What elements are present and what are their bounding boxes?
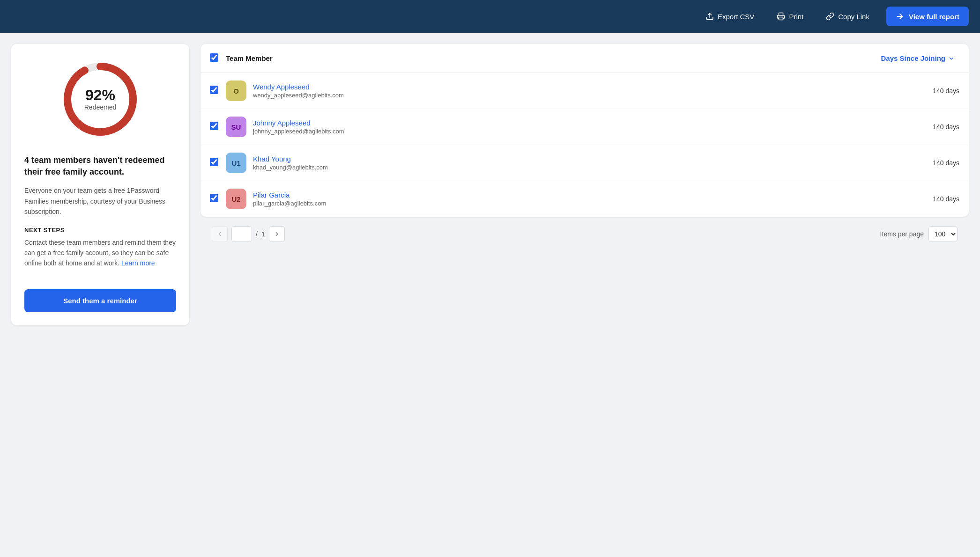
days-value-0: 140 days — [913, 87, 959, 95]
member-info-1: Johnny Appleseed johnny_appleseed@agileb… — [253, 119, 913, 135]
donut-label: Redeemed — [84, 104, 117, 111]
next-steps-title: NEXT STEPS — [24, 227, 176, 234]
main-content: 92% Redeemed 4 team members haven't rede… — [0, 33, 980, 337]
send-reminder-button[interactable]: Send them a reminder — [24, 289, 176, 312]
row-checkbox-1[interactable] — [210, 122, 218, 130]
print-button[interactable]: Print — [771, 8, 809, 24]
left-panel: 92% Redeemed 4 team members haven't rede… — [11, 44, 189, 325]
view-full-report-label: View full report — [909, 13, 959, 21]
export-icon — [705, 12, 714, 21]
items-per-page-select[interactable]: 100 50 25 — [928, 226, 958, 242]
row-checkbox-0[interactable] — [210, 86, 218, 94]
table-row: O Wendy Appleseed wendy_appleseed@agileb… — [200, 73, 969, 109]
row-checkbox-container[interactable] — [210, 194, 218, 204]
row-checkbox-container[interactable] — [210, 158, 218, 168]
copy-link-label: Copy Link — [838, 13, 869, 21]
days-value-1: 140 days — [913, 123, 959, 131]
topbar: Export CSV Print Copy Link View full rep… — [0, 0, 980, 33]
current-page-input[interactable]: 1 — [231, 226, 252, 242]
avatar-1: SU — [226, 117, 246, 137]
next-page-button[interactable] — [269, 226, 285, 242]
pagination-left: 1 / 1 — [212, 226, 285, 242]
right-panel: Team Member Days Since Joining O Wendy A… — [200, 44, 969, 251]
select-all-checkbox-container[interactable] — [210, 53, 218, 64]
avatar-2: U1 — [226, 153, 246, 173]
table-row: SU Johnny Appleseed johnny_appleseed@agi… — [200, 109, 969, 145]
items-per-page-label: Items per page — [880, 230, 924, 238]
column-header-days[interactable]: Days Since Joining — [876, 51, 959, 65]
row-checkbox-container[interactable] — [210, 122, 218, 132]
member-email-2: khad_young@agilebits.com — [253, 164, 913, 171]
export-csv-button[interactable]: Export CSV — [700, 8, 760, 24]
panel-heading: 4 team members haven't redeemed their fr… — [24, 154, 176, 178]
donut-chart-container: 92% Redeemed — [24, 57, 176, 141]
column-header-member: Team Member — [226, 54, 876, 62]
days-value-3: 140 days — [913, 195, 959, 203]
member-email-3: pilar_garcia@agilebits.com — [253, 200, 913, 207]
pagination-right: Items per page 100 50 25 — [880, 226, 958, 242]
panel-description: Everyone on your team gets a free 1Passw… — [24, 185, 176, 217]
prev-page-button[interactable] — [212, 226, 228, 242]
view-full-report-button[interactable]: View full report — [886, 7, 969, 26]
chevron-right-icon — [274, 231, 280, 237]
arrow-right-icon — [896, 12, 904, 21]
table-row: U1 Khad Young khad_young@agilebits.com 1… — [200, 145, 969, 181]
copy-link-button[interactable]: Copy Link — [820, 8, 875, 24]
member-name-3: Pilar Garcia — [253, 191, 913, 199]
svg-rect-1 — [779, 17, 783, 20]
total-pages: 1 — [261, 230, 265, 238]
row-checkbox-container[interactable] — [210, 86, 218, 96]
export-csv-label: Export CSV — [718, 13, 754, 21]
member-info-2: Khad Young khad_young@agilebits.com — [253, 155, 913, 171]
days-value-2: 140 days — [913, 159, 959, 167]
row-checkbox-2[interactable] — [210, 158, 218, 166]
donut-percent: 92% — [84, 87, 117, 103]
pagination: 1 / 1 Items per page 100 50 25 — [200, 217, 969, 251]
page-separator: / — [256, 230, 258, 238]
table-rows: O Wendy Appleseed wendy_appleseed@agileb… — [200, 73, 969, 217]
table-container: Team Member Days Since Joining O Wendy A… — [200, 44, 969, 217]
member-info-0: Wendy Appleseed wendy_appleseed@agilebit… — [253, 83, 913, 99]
member-name-2: Khad Young — [253, 155, 913, 163]
member-email-1: johnny_appleseed@agilebits.com — [253, 128, 913, 135]
days-header-label: Days Since Joining — [881, 54, 945, 62]
sort-dropdown-icon — [948, 55, 955, 62]
avatar-3: U2 — [226, 189, 246, 209]
next-steps-text: Contact these team members and remind th… — [24, 237, 176, 269]
row-checkbox-3[interactable] — [210, 194, 218, 202]
chevron-left-icon — [216, 231, 223, 237]
member-name-0: Wendy Appleseed — [253, 83, 913, 91]
print-icon — [777, 12, 785, 21]
donut-center: 92% Redeemed — [84, 87, 117, 111]
member-email-0: wendy_appleseed@agilebits.com — [253, 92, 913, 99]
member-name-1: Johnny Appleseed — [253, 119, 913, 127]
table-header: Team Member Days Since Joining — [200, 44, 969, 73]
link-icon — [826, 12, 834, 21]
table-row: U2 Pilar Garcia pilar_garcia@agilebits.c… — [200, 181, 969, 217]
member-info-3: Pilar Garcia pilar_garcia@agilebits.com — [253, 191, 913, 207]
select-all-checkbox[interactable] — [210, 53, 218, 62]
print-label: Print — [789, 13, 803, 21]
avatar-0: O — [226, 81, 246, 101]
learn-more-link[interactable]: Learn more — [121, 259, 155, 267]
